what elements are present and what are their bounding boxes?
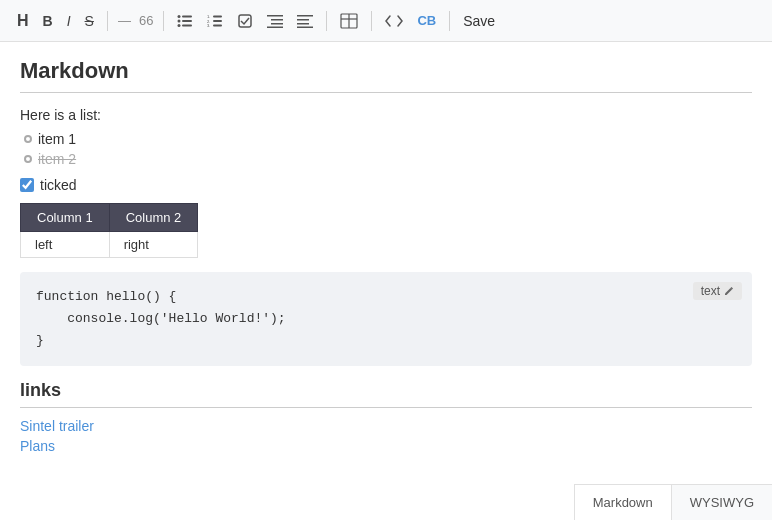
svg-rect-3 xyxy=(182,20,192,22)
code-text-label: text xyxy=(701,284,720,298)
indent-button[interactable] xyxy=(262,11,288,31)
svg-rect-5 xyxy=(182,24,192,26)
table-button[interactable] xyxy=(335,10,363,32)
outdent-button[interactable] xyxy=(292,11,318,31)
svg-rect-7 xyxy=(213,15,222,17)
svg-rect-17 xyxy=(297,15,313,17)
save-button[interactable]: Save xyxy=(458,10,500,32)
checklist-button[interactable] xyxy=(232,11,258,31)
svg-text:3.: 3. xyxy=(207,23,210,28)
indent-icon xyxy=(267,14,283,28)
list-dot-2 xyxy=(24,155,32,163)
table-icon xyxy=(340,13,358,29)
code-content: function hello() { console.log('Hello Wo… xyxy=(36,286,736,352)
toolbar-num: — xyxy=(118,13,131,28)
list-item-1-text: item 1 xyxy=(38,131,76,147)
ordered-list-button[interactable]: 1. 2. 3. xyxy=(202,11,228,31)
list-item-2-text: item 2 xyxy=(38,151,76,167)
checkbox-label: ticked xyxy=(40,177,77,193)
table-cell-left: left xyxy=(21,232,110,258)
title-divider xyxy=(20,92,752,93)
list-intro: Here is a list: xyxy=(20,107,752,123)
code-button[interactable] xyxy=(380,11,408,31)
edit-icon xyxy=(724,286,734,296)
table-header-col1: Column 1 xyxy=(21,204,110,232)
unordered-list-button[interactable] xyxy=(172,11,198,31)
bold-button[interactable]: B xyxy=(38,10,58,32)
svg-rect-9 xyxy=(213,20,222,22)
checklist-icon xyxy=(237,14,253,28)
unordered-list-icon xyxy=(177,14,193,28)
toolbar-count: 66 xyxy=(139,13,153,28)
page-title: Markdown xyxy=(20,58,752,84)
ticked-checkbox[interactable] xyxy=(20,178,34,192)
table-header-col2: Column 2 xyxy=(109,204,198,232)
markdown-table: Column 1 Column 2 left right xyxy=(20,203,198,258)
tab-markdown[interactable]: Markdown xyxy=(574,485,671,520)
outdent-icon xyxy=(297,14,313,28)
list-item-1: item 1 xyxy=(24,131,752,147)
svg-rect-14 xyxy=(271,19,283,21)
code-icon xyxy=(385,14,403,28)
code-block: text function hello() { console.log('Hel… xyxy=(20,272,752,366)
toolbar-divider-2 xyxy=(163,11,164,31)
svg-rect-12 xyxy=(239,15,251,27)
tab-wysiwyg[interactable]: WYSIWYG xyxy=(671,485,772,520)
bottom-bar: Markdown WYSIWYG xyxy=(574,484,772,520)
link-sintel-trailer[interactable]: Sintel trailer xyxy=(20,418,752,434)
ordered-list-icon: 1. 2. 3. xyxy=(207,14,223,28)
italic-button[interactable]: I xyxy=(62,10,76,32)
svg-rect-15 xyxy=(271,23,283,25)
table-row: left right xyxy=(21,232,198,258)
toolbar-divider-4 xyxy=(371,11,372,31)
links-section: links Sintel trailer Plans xyxy=(20,380,752,454)
list-item-2: item 2 xyxy=(24,151,752,167)
heading-button[interactable]: H xyxy=(12,9,34,33)
toolbar: H B I S — 66 1. 2. 3. xyxy=(0,0,772,42)
list-dot-1 xyxy=(24,135,32,143)
checklist: item 1 item 2 xyxy=(24,131,752,167)
main-content: Markdown Here is a list: item 1 item 2 t… xyxy=(0,42,772,484)
svg-rect-1 xyxy=(182,15,192,17)
svg-rect-13 xyxy=(267,15,283,17)
strikethrough-button[interactable]: S xyxy=(80,10,99,32)
toolbar-divider-3 xyxy=(326,11,327,31)
svg-rect-11 xyxy=(213,24,222,26)
svg-rect-18 xyxy=(297,19,309,21)
svg-rect-20 xyxy=(297,26,313,28)
toolbar-divider-1 xyxy=(107,11,108,31)
table-cell-right: right xyxy=(109,232,198,258)
code-text-button[interactable]: text xyxy=(693,282,742,300)
svg-rect-16 xyxy=(267,26,283,28)
links-divider xyxy=(20,407,752,408)
table-header-row: Column 1 Column 2 xyxy=(21,204,198,232)
link-plans[interactable]: Plans xyxy=(20,438,752,454)
cb-button[interactable]: CB xyxy=(412,10,441,31)
links-title: links xyxy=(20,380,752,401)
svg-point-0 xyxy=(178,15,181,18)
svg-point-4 xyxy=(178,24,181,27)
svg-rect-19 xyxy=(297,23,309,25)
checkbox-item: ticked xyxy=(20,177,752,193)
svg-point-2 xyxy=(178,19,181,22)
toolbar-divider-5 xyxy=(449,11,450,31)
